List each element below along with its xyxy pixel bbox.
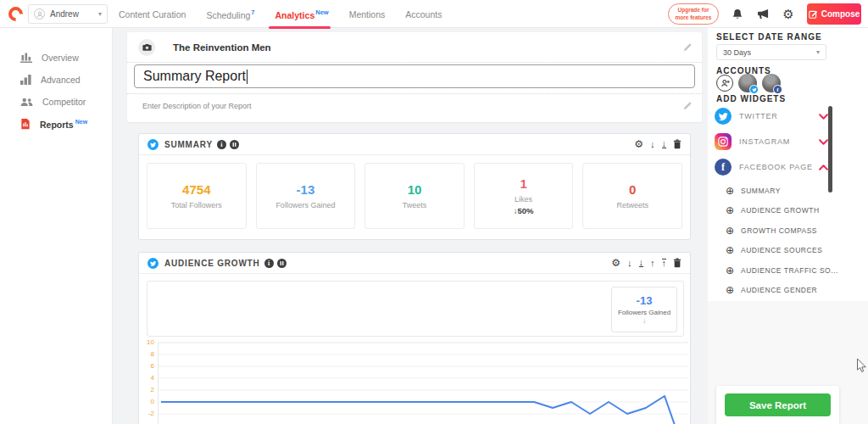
new-badge: New: [75, 119, 87, 125]
stat-value: 0: [629, 182, 636, 197]
gear-icon[interactable]: ⚙: [782, 8, 795, 21]
y-tick-label: 6: [151, 362, 154, 370]
add-widget-audience-traffic-so[interactable]: ⊕AUDIENCE TRAFFIC SO...: [726, 260, 827, 280]
growth-widget-title: AUDIENCE GROWTH: [164, 259, 260, 268]
account-selector[interactable]: Andrew ▾: [28, 4, 108, 24]
divider: [127, 62, 702, 63]
plus-circle-icon: ⊕: [726, 205, 734, 215]
gear-icon[interactable]: ⚙: [634, 138, 643, 150]
nav-item-mentions[interactable]: Mentions: [349, 9, 386, 20]
stat-card-followers-gained: -13Followers Gained: [256, 163, 356, 229]
topbar: Andrew ▾ Content CurationScheduling7Anal…: [0, 0, 868, 28]
caret-down-icon: ▾: [816, 48, 820, 56]
edit-pencil-icon[interactable]: [683, 102, 692, 110]
stat-label: Retweets: [616, 201, 648, 209]
y-tick-label: 8: [151, 350, 154, 358]
add-widget-audience-sources[interactable]: ⊕AUDIENCE SOURCES: [726, 241, 827, 260]
people-icon: [20, 98, 33, 107]
add-widget-audience-growth[interactable]: ⊕AUDIENCE GROWTH: [726, 201, 827, 220]
nav-item-scheduling[interactable]: Scheduling7: [206, 8, 254, 20]
app-screen: Andrew ▾ Content CurationScheduling7Anal…: [0, 0, 868, 424]
info-icon[interactable]: i: [217, 140, 226, 149]
edit-pencil-icon[interactable]: [683, 43, 692, 52]
nav-item-content-curation[interactable]: Content Curation: [119, 9, 186, 20]
upgrade-button[interactable]: Upgrade for more features: [668, 3, 719, 25]
upload-icon[interactable]: ↑: [662, 259, 667, 267]
topbar-actions: Upgrade for more features ⚙ Compose: [668, 0, 861, 28]
stat-delta: ↓50%: [514, 206, 534, 215]
growth-widget-header: AUDIENCE GROWTH i ⚙↓↓↑↑: [139, 253, 690, 274]
save-report-card: Save Report: [716, 386, 839, 424]
facebook-badge-icon: f: [773, 85, 782, 94]
arrow-down-icon[interactable]: ↓: [650, 139, 655, 149]
chart-y-axis: 1086420-2: [142, 340, 156, 424]
stat-card-tweets: 10Tweets: [364, 163, 465, 229]
widget-group-twitter[interactable]: TWITTER: [715, 104, 828, 128]
sidebar-item-competitor[interactable]: Competitor: [0, 91, 112, 113]
nav-item-analytics[interactable]: AnalyticsNew: [275, 8, 329, 20]
twitter-account-avatar[interactable]: [738, 74, 757, 92]
date-range-dropdown[interactable]: 30 Days ▾: [716, 44, 826, 60]
add-account-button[interactable]: [716, 75, 733, 92]
chevron-down-icon: [819, 139, 828, 145]
primary-nav: Content CurationScheduling7AnalyticsNewM…: [119, 0, 442, 28]
widgets-scrollbar-thumb[interactable]: [828, 106, 832, 192]
add-widget-summary[interactable]: ⊕SUMMARY: [726, 181, 827, 200]
avatar-icon: [34, 8, 45, 20]
compose-button[interactable]: Compose: [807, 3, 861, 25]
widget-group-instagram[interactable]: INSTAGRAM: [715, 130, 828, 153]
account-name: Andrew: [50, 9, 93, 19]
y-tick-label: 0: [151, 398, 154, 405]
add-widget-growth-compass[interactable]: ⊕GROWTH COMPASS: [726, 220, 827, 240]
snapshot-icon[interactable]: [230, 140, 239, 149]
report-description-field[interactable]: Enter Description of your Report: [127, 95, 702, 110]
followers-gained-line: [161, 396, 683, 424]
compose-icon: [809, 9, 818, 19]
report-title-input[interactable]: Summary Report: [134, 64, 695, 88]
instagram-icon: [715, 133, 732, 150]
download-icon[interactable]: ↓: [662, 140, 667, 148]
nav-item-accounts[interactable]: Accounts: [405, 9, 442, 20]
arrow-up-icon[interactable]: ↑: [650, 258, 655, 268]
gear-icon[interactable]: ⚙: [611, 257, 620, 269]
stat-label: Tweets: [403, 201, 427, 209]
bell-icon[interactable]: [731, 8, 744, 21]
twitter-icon: [147, 139, 159, 150]
snapshot-icon[interactable]: [277, 259, 287, 268]
crowdfire-logo-icon[interactable]: [5, 3, 25, 24]
chevron-up-icon: [819, 165, 828, 170]
trash-icon[interactable]: [673, 258, 682, 268]
facebook-account-avatar[interactable]: f: [762, 74, 781, 92]
plus-circle-icon: ⊕: [726, 265, 734, 276]
growth-chart: 1086420-2: [142, 340, 688, 424]
arrow-down-icon[interactable]: ↓: [627, 258, 632, 268]
twitter-icon: [147, 258, 159, 269]
stat-value: 1: [520, 176, 526, 191]
stat-value: -13: [297, 182, 315, 197]
save-report-button[interactable]: Save Report: [725, 393, 831, 416]
megaphone-icon[interactable]: [756, 8, 770, 21]
download-icon[interactable]: ↓: [639, 259, 644, 267]
trash-icon[interactable]: [673, 139, 682, 149]
nav-badge: 7: [251, 8, 254, 16]
nav-badge: New: [315, 8, 328, 16]
sidebar-item-overview[interactable]: Overview: [0, 47, 112, 69]
sidebar-item-advanced[interactable]: Advanced: [0, 69, 112, 91]
camera-icon[interactable]: [138, 39, 155, 56]
widget-group-facebook-page[interactable]: fFACEBOOK PAGE: [715, 155, 828, 179]
plus-circle-icon: ⊕: [726, 186, 734, 196]
overview-bars-icon: [20, 53, 32, 63]
audience-growth-widget: AUDIENCE GROWTH i ⚙↓↓↑↑ -13 Followers Ga…: [138, 252, 691, 424]
chevron-down-icon: [819, 114, 828, 120]
summary-widget-header: SUMMARY i ⚙↓↓: [139, 134, 690, 155]
main-content: The Reinvention Men Summary Report Enter…: [113, 28, 708, 424]
stat-card-total-followers: 4754Total Followers: [147, 163, 247, 229]
twitter-badge-icon: [749, 85, 759, 94]
accounts-row: f: [716, 74, 781, 92]
info-icon[interactable]: i: [264, 259, 274, 268]
stat-label: Likes: [515, 195, 532, 204]
sidebar-item-reports[interactable]: ReportsNew: [0, 113, 112, 136]
add-widget-audience-gender[interactable]: ⊕AUDIENCE GENDER: [726, 281, 827, 300]
date-range-heading: SELECT DATE RANGE: [716, 32, 822, 42]
advanced-bars-icon: [20, 75, 31, 85]
